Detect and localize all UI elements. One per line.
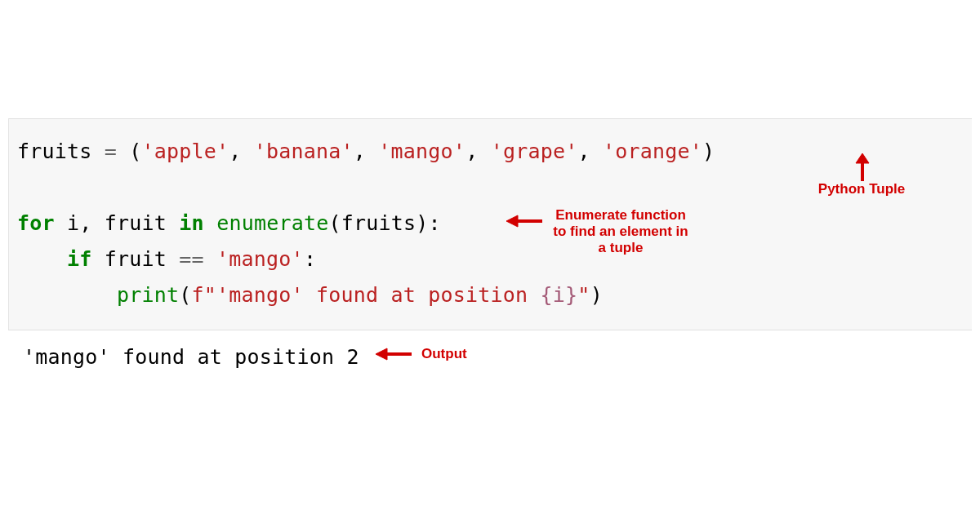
op-eqeq: == xyxy=(179,247,204,271)
paren-open: ( xyxy=(179,283,191,307)
keyword-in: in xyxy=(179,211,204,235)
comma: , xyxy=(466,140,491,163)
string-banana: 'banana' xyxy=(254,140,354,163)
var-i: i xyxy=(67,211,79,235)
var-fruit: fruit xyxy=(105,247,167,271)
indent xyxy=(17,283,117,307)
annotation-tuple: Python Tuple xyxy=(808,181,915,197)
annotation-enum-l2: to find an element in xyxy=(553,224,688,239)
code-line-print: print(f"'mango' found at position {i}") xyxy=(17,277,964,313)
paren-close: ) xyxy=(590,283,603,307)
token-var: fruits xyxy=(17,140,92,163)
comma: , xyxy=(354,140,379,163)
string-apple: 'apple' xyxy=(142,140,229,163)
paren-open: ( xyxy=(129,140,141,163)
space xyxy=(167,247,179,271)
arrow-output-icon xyxy=(376,347,412,361)
indent xyxy=(17,247,67,271)
string-grape: 'grape' xyxy=(491,140,578,163)
var-fruit: fruit xyxy=(105,211,167,235)
fstring-part2: " xyxy=(577,283,590,307)
output-text: 'mango' found at position 2 xyxy=(23,343,359,372)
colon: : xyxy=(428,211,440,235)
comma: , xyxy=(577,140,603,163)
svg-marker-5 xyxy=(376,348,387,360)
space xyxy=(204,247,216,271)
annotation-output: Output xyxy=(421,346,487,362)
paren-close: ) xyxy=(702,140,715,163)
code-block: fruits = ('apple', 'banana', 'mango', 'g… xyxy=(8,118,972,330)
code-line-if: if fruit == 'mango': xyxy=(17,241,964,277)
space xyxy=(167,211,179,235)
arrow-enumerate-icon xyxy=(506,214,542,228)
arg-fruits: fruits xyxy=(341,211,416,235)
colon: : xyxy=(304,247,316,271)
paren-open: ( xyxy=(328,211,341,235)
keyword-if: if xyxy=(67,247,92,271)
token-eq: = xyxy=(92,140,130,163)
string-mango: 'mango' xyxy=(378,140,466,163)
annotation-output-text: Output xyxy=(421,346,467,361)
comma: , xyxy=(229,140,254,163)
string-mango-cmp: 'mango' xyxy=(216,247,304,271)
space xyxy=(204,211,216,235)
svg-marker-1 xyxy=(856,153,869,163)
annotation-enum-l3: a tuple xyxy=(599,240,644,255)
annotation-tuple-text: Python Tuple xyxy=(818,181,905,197)
code-line-1: fruits = ('apple', 'banana', 'mango', 'g… xyxy=(17,134,964,170)
paren-close: ) xyxy=(416,211,428,235)
keyword-for: for xyxy=(17,211,55,235)
string-orange: 'orange' xyxy=(603,140,702,163)
code-line-for: for i, fruit in enumerate(fruits): xyxy=(17,206,964,241)
comma: , xyxy=(79,211,105,235)
fn-enumerate: enumerate xyxy=(216,211,328,235)
fstring-interp: {i} xyxy=(541,283,578,307)
fn-print: print xyxy=(117,283,179,307)
fstring-part1: f"'mango' found at position xyxy=(192,283,541,307)
svg-marker-3 xyxy=(506,215,518,227)
annotation-enumerate: Enumerate function to find an element in… xyxy=(543,207,698,256)
arrow-tuple-icon xyxy=(854,153,871,181)
annotation-enum-l1: Enumerate function xyxy=(555,207,686,223)
space xyxy=(92,247,105,271)
space xyxy=(55,211,67,235)
